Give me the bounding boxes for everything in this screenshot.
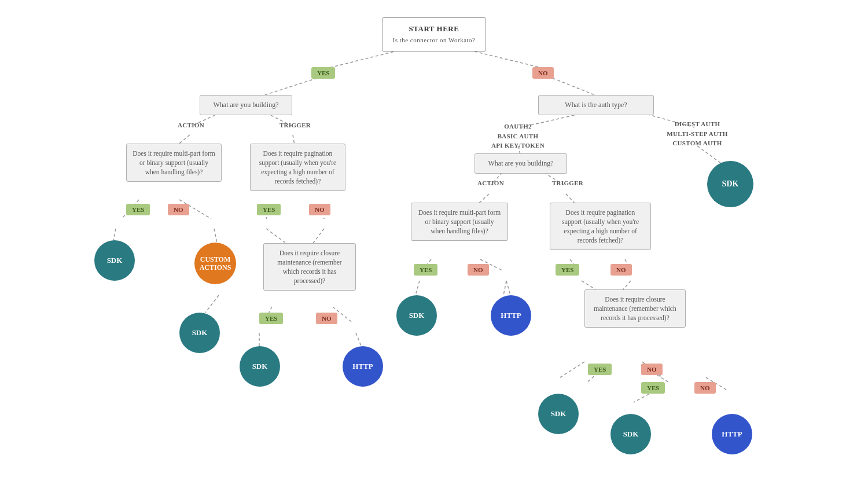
flowchart: START HERE Is the connector on Workato? … xyxy=(0,0,868,488)
what-building-left-label: What are you building? xyxy=(214,100,279,110)
svg-line-32 xyxy=(506,281,510,295)
sdk-circle-4: SDK xyxy=(396,295,437,336)
svg-line-37 xyxy=(560,362,584,377)
no-pagination-left: NO xyxy=(309,204,330,215)
digest-auth-label: DIGEST AUTH MULTI-STEP AUTH CUSTOM AUTH xyxy=(654,119,741,148)
oauth2-text: OAUTH2 BASIC AUTH API KEY/TOKEN xyxy=(491,122,545,151)
yes-main-label: YES xyxy=(317,69,329,76)
what-building-right: What are you building? xyxy=(475,153,567,174)
yes-closure-left: YES xyxy=(259,313,283,324)
multipart-right-label: Does it require multi-part form or binar… xyxy=(417,208,502,236)
sdk-label-2: SDK xyxy=(192,328,208,337)
sdk-label-6: SDK xyxy=(623,430,639,439)
multipart-left-label: Does it require multi-part form or binar… xyxy=(133,149,215,177)
closure-right-label: Does it require closure maintenance (rem… xyxy=(591,295,679,322)
yes-pagination-left: YES xyxy=(257,204,281,215)
no-closure-left: NO xyxy=(316,313,337,324)
closure-left-box: Does it require closure maintenance (rem… xyxy=(263,243,356,291)
http-label-2: HTTP xyxy=(501,311,521,320)
svg-line-24 xyxy=(697,146,723,165)
http-circle-1: HTTP xyxy=(343,346,383,387)
no-main-label: NO xyxy=(538,69,548,76)
sdk-label-3: SDK xyxy=(252,362,268,371)
start-title: START HERE xyxy=(392,24,475,34)
sdk-circle-1: SDK xyxy=(94,240,135,281)
custom-actions-circle: CUSTOM ACTIONS xyxy=(194,243,236,284)
start-box: START HERE Is the connector on Workato? xyxy=(382,17,486,52)
yes-closure-right-sub: YES xyxy=(641,382,665,394)
trigger-left-text: TRIGGER xyxy=(279,122,311,129)
http-circle-3: HTTP xyxy=(712,414,752,454)
svg-line-20 xyxy=(356,333,362,347)
sdk-circle-6: SDK xyxy=(610,414,651,454)
what-auth-box: What is the auth type? xyxy=(538,95,654,115)
svg-line-11 xyxy=(214,229,217,243)
pagination-left-label: Does it require pagination support (usua… xyxy=(256,149,339,186)
sdk-label-1: SDK xyxy=(107,256,123,265)
svg-line-12 xyxy=(205,295,219,313)
badge-no-main: NO xyxy=(532,67,554,79)
multipart-right-box: Does it require multi-part form or binar… xyxy=(411,203,508,241)
action-right-text: ACTION xyxy=(477,179,504,186)
digest-auth-text: DIGEST AUTH MULTI-STEP AUTH CUSTOM AUTH xyxy=(667,119,727,148)
oauth2-label: OAUTH2 BASIC AUTH API KEY/TOKEN xyxy=(483,122,553,151)
action-label-right: ACTION xyxy=(473,179,508,186)
http-circle-2: HTTP xyxy=(491,295,531,336)
sdk-label-4: SDK xyxy=(409,311,425,320)
start-subtitle: Is the connector on Workato? xyxy=(392,36,475,45)
what-building-left: What are you building? xyxy=(200,95,292,115)
what-building-right-label: What are you building? xyxy=(488,159,554,168)
yes-multipart-left: YES xyxy=(126,204,150,215)
sdk-label-digest: SDK xyxy=(722,179,739,189)
sdk-circle-digest: SDK xyxy=(707,161,753,207)
sdk-circle-3: SDK xyxy=(240,346,280,387)
svg-line-41 xyxy=(503,281,506,295)
no-multipart-left: NO xyxy=(168,204,189,215)
what-auth-label: What is the auth type? xyxy=(565,100,627,110)
no-multipart-right: NO xyxy=(468,264,489,276)
trigger-right-text: TRIGGER xyxy=(552,179,583,186)
closure-right-box: Does it require closure maintenance (rem… xyxy=(584,289,686,328)
no-closure-right-sub: NO xyxy=(694,382,716,394)
yes-multipart-right: YES xyxy=(414,264,437,276)
action-label-left: ACTION xyxy=(174,122,208,129)
no-pagination-right: NO xyxy=(610,264,632,276)
sdk-circle-5: SDK xyxy=(538,394,579,434)
pagination-right-box: Does it require pagination support (usua… xyxy=(550,203,651,250)
custom-actions-label: CUSTOM ACTIONS xyxy=(194,255,236,272)
pagination-right-label: Does it require pagination support (usua… xyxy=(556,208,645,245)
action-left-text: ACTION xyxy=(178,122,204,129)
closure-left-label: Does it require closure maintenance (rem… xyxy=(270,248,350,285)
pagination-left-box: Does it require pagination support (usua… xyxy=(250,144,345,191)
multipart-left-box: Does it require multi-part form or binar… xyxy=(126,144,222,182)
sdk-circle-2: SDK xyxy=(179,313,220,353)
yes-closure-right: YES xyxy=(588,364,612,375)
yes-pagination-right: YES xyxy=(556,264,579,276)
trigger-label-left: TRIGGER xyxy=(275,122,315,129)
trigger-label-right: TRIGGER xyxy=(547,179,588,186)
http-label-3: HTTP xyxy=(722,430,742,439)
no-closure-right: NO xyxy=(641,364,663,375)
badge-yes-main: YES xyxy=(311,67,335,79)
sdk-label-5: SDK xyxy=(551,409,567,419)
svg-line-31 xyxy=(415,281,420,295)
http-label-1: HTTP xyxy=(352,362,373,371)
